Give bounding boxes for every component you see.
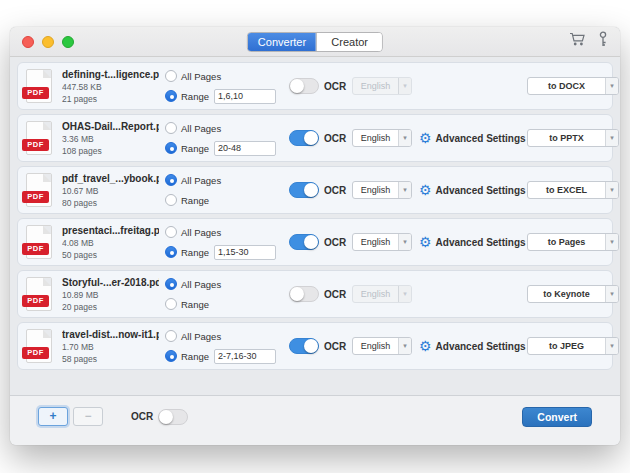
chevron-down-icon: ▾ [605, 182, 618, 198]
ocr-toggle[interactable] [289, 182, 319, 198]
all-pages-radio[interactable]: All Pages [165, 69, 277, 84]
gear-icon: ⚙ [419, 339, 432, 353]
zoom-button[interactable] [62, 36, 74, 48]
file-row: PDF OHAS-Dail...Report.pdf 3.36 MB 108 p… [17, 114, 613, 162]
language-value: English [353, 78, 398, 94]
range-input[interactable] [214, 245, 276, 260]
language-dropdown[interactable]: English ▾ [352, 181, 412, 199]
file-pages: 20 pages [62, 302, 159, 312]
range-input[interactable] [214, 349, 276, 364]
all-pages-label: All Pages [181, 71, 221, 82]
range-radio[interactable]: Range [165, 297, 277, 312]
radio-icon [165, 142, 177, 154]
language-dropdown[interactable]: English ▾ [352, 77, 412, 95]
advanced-settings-button[interactable]: ⚙ Advanced Settings [419, 131, 527, 145]
radio-icon [165, 90, 177, 102]
file-pages: 58 pages [62, 354, 159, 364]
format-value: to PPTX [528, 130, 605, 146]
language-dropdown[interactable]: English ▾ [352, 285, 412, 303]
ocr-label: OCR [324, 341, 348, 352]
ocr-toggle[interactable] [289, 338, 319, 354]
chevron-down-icon: ▾ [398, 78, 411, 94]
advanced-settings-button[interactable]: ⚙ Advanced Settings [419, 183, 527, 197]
all-pages-radio[interactable]: All Pages [165, 121, 277, 136]
file-row: PDF travel-dist...now-it1.pdf 1.70 MB 58… [17, 322, 613, 370]
all-pages-radio[interactable]: All Pages [165, 277, 277, 292]
ocr-toggle[interactable] [289, 78, 319, 94]
pdf-file-icon: PDF [26, 69, 52, 103]
range-label: Range [181, 351, 209, 362]
chevron-down-icon: ▾ [398, 286, 411, 302]
ocr-label: OCR [324, 289, 348, 300]
format-dropdown[interactable]: to Keynote ▾ [527, 285, 619, 303]
format-dropdown[interactable]: to DOCX ▾ [527, 77, 619, 95]
all-pages-label: All Pages [181, 279, 221, 290]
format-dropdown[interactable]: to EXCEL ▾ [527, 181, 619, 199]
remove-file-button[interactable]: − [73, 407, 103, 426]
file-pages: 21 pages [62, 94, 159, 104]
add-file-button[interactable]: + [38, 407, 68, 426]
range-label: Range [181, 299, 209, 310]
file-name: presentaci...freitag.pdf [62, 225, 159, 236]
file-row: PDF presentaci...freitag.pdf 4.08 MB 50 … [17, 218, 613, 266]
chevron-down-icon: ▾ [605, 234, 618, 250]
language-dropdown[interactable]: English ▾ [352, 233, 412, 251]
format-dropdown[interactable]: to Pages ▾ [527, 233, 619, 251]
range-label: Range [181, 143, 209, 154]
radio-icon [165, 298, 177, 310]
advanced-settings-button[interactable]: ⚙ Advanced Settings [419, 339, 527, 353]
range-radio[interactable]: Range [165, 141, 277, 156]
global-ocr-toggle[interactable] [158, 409, 188, 425]
radio-icon [165, 330, 177, 342]
ocr-toggle[interactable] [289, 234, 319, 250]
range-radio[interactable]: Range [165, 193, 277, 208]
minimize-button[interactable] [42, 36, 54, 48]
chevron-down-icon: ▾ [398, 338, 411, 354]
chevron-down-icon: ▾ [605, 130, 618, 146]
pdf-badge: PDF [22, 243, 49, 255]
key-icon[interactable] [598, 31, 608, 52]
tab-creator[interactable]: Creator [316, 33, 382, 51]
pdf-badge: PDF [22, 347, 49, 359]
toggle-knob [304, 183, 318, 197]
file-size: 10.67 MB [62, 186, 159, 196]
gear-icon: ⚙ [419, 131, 432, 145]
convert-button[interactable]: Convert [522, 407, 592, 427]
all-pages-radio[interactable]: All Pages [165, 329, 277, 344]
radio-icon [165, 122, 177, 134]
range-radio[interactable]: Range [165, 245, 277, 260]
all-pages-radio[interactable]: All Pages [165, 173, 277, 188]
file-row: PDF Storyful-...er-2018.pdf 10.89 MB 20 … [17, 270, 613, 318]
chevron-down-icon: ▾ [398, 182, 411, 198]
chevron-down-icon: ▾ [398, 130, 411, 146]
cart-icon[interactable] [569, 32, 586, 51]
format-dropdown[interactable]: to JPEG ▾ [527, 337, 619, 355]
gear-icon: ⚙ [419, 235, 432, 249]
range-radio[interactable]: Range [165, 349, 277, 364]
ocr-toggle[interactable] [289, 286, 319, 302]
radio-icon [165, 194, 177, 206]
range-input[interactable] [214, 89, 276, 104]
file-row: PDF defining-t...ligence.pdf 447.58 KB 2… [17, 62, 613, 110]
pdf-badge: PDF [22, 295, 49, 307]
tab-converter[interactable]: Converter [248, 33, 316, 51]
ocr-toggle[interactable] [289, 130, 319, 146]
chevron-down-icon: ▾ [605, 78, 618, 94]
pdf-file-icon: PDF [26, 277, 52, 311]
range-input[interactable] [214, 141, 276, 156]
close-button[interactable] [22, 36, 34, 48]
advanced-settings-button[interactable]: ⚙ Advanced Settings [419, 235, 527, 249]
range-radio[interactable]: Range [165, 89, 277, 104]
radio-icon [165, 70, 177, 82]
language-value: English [353, 130, 398, 146]
format-dropdown[interactable]: to PPTX ▾ [527, 129, 619, 147]
language-dropdown[interactable]: English ▾ [352, 129, 412, 147]
all-pages-radio[interactable]: All Pages [165, 225, 277, 240]
advanced-settings-label: Advanced Settings [436, 237, 526, 248]
language-dropdown[interactable]: English ▾ [352, 337, 412, 355]
format-value: to DOCX [528, 78, 605, 94]
format-value: to JPEG [528, 338, 605, 354]
language-value: English [353, 338, 398, 354]
file-size: 447.58 KB [62, 82, 159, 92]
file-size: 4.08 MB [62, 238, 159, 248]
